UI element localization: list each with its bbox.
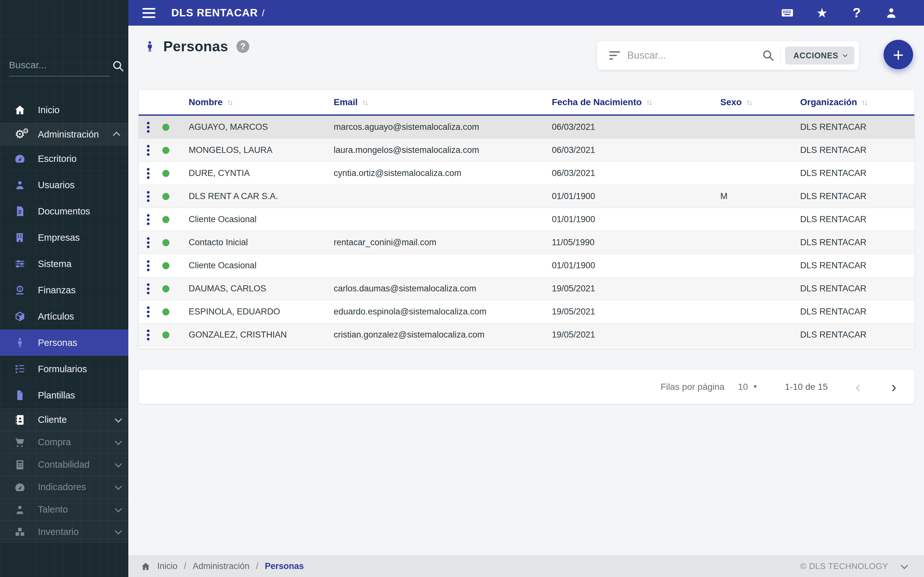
cell-fecha: 19/05/2021 bbox=[543, 284, 716, 293]
copyright-text: © DLS TECHNOLOGY bbox=[800, 561, 888, 571]
table-row[interactable]: DURE, CYNTIA cyntia.ortiz@sistemalocaliz… bbox=[139, 162, 914, 185]
row-menu-icon[interactable] bbox=[145, 258, 152, 273]
row-menu-icon[interactable] bbox=[145, 235, 152, 250]
table-row[interactable]: DLS RENT A CAR S.A. 01/01/1900 M DLS REN… bbox=[139, 185, 914, 208]
cell-fecha: 06/03/2021 bbox=[543, 145, 716, 155]
sidebar-item-talento[interactable]: Talento bbox=[0, 498, 128, 521]
row-menu-icon[interactable] bbox=[145, 166, 152, 181]
breadcrumb-separator: / bbox=[256, 561, 258, 571]
table-row[interactable]: Cliente Ocasional 01/01/1900 DLS RENTACA… bbox=[139, 208, 914, 231]
sidebar-item-label: Compra bbox=[38, 437, 115, 448]
sort-icon[interactable]: ↑↓ bbox=[861, 98, 867, 107]
sidebar-item-administracion[interactable]: ⚙⚙ Administración bbox=[0, 123, 128, 145]
app-title: DLS RENTACAR/ bbox=[171, 7, 265, 19]
row-menu-icon[interactable] bbox=[145, 327, 152, 342]
status-dot bbox=[162, 147, 170, 154]
chevron-down-icon[interactable] bbox=[901, 562, 908, 569]
breadcrumb-inicio[interactable]: Inicio bbox=[157, 561, 178, 571]
cell-nombre: AGUAYO, MARCOS bbox=[177, 122, 325, 132]
row-menu-icon[interactable] bbox=[145, 189, 152, 204]
gauge-icon bbox=[13, 481, 27, 494]
sidebar-item-sistema[interactable]: Sistema bbox=[0, 251, 128, 277]
add-button[interactable]: + bbox=[884, 40, 913, 69]
sidebar-item-formularios[interactable]: Formularios bbox=[0, 356, 128, 382]
sort-icon[interactable]: ↑↓ bbox=[362, 98, 367, 107]
filter-icon[interactable] bbox=[609, 51, 620, 60]
table-row[interactable]: GONZALEZ, CRISTHIAN cristian.gonzalez@si… bbox=[139, 324, 914, 347]
sidebar-item-contabilidad[interactable]: Contabilidad bbox=[0, 453, 128, 476]
sidebar-item-usuarios[interactable]: Usuarios bbox=[0, 172, 128, 198]
sidebar-item-cliente[interactable]: Cliente bbox=[0, 408, 128, 431]
search-icon[interactable] bbox=[111, 60, 124, 73]
search-icon[interactable] bbox=[762, 49, 774, 62]
sidebar-item-inicio[interactable]: Inicio bbox=[0, 97, 128, 123]
breadcrumb-administracion[interactable]: Administración bbox=[193, 561, 250, 571]
cell-fecha: 19/05/2021 bbox=[543, 330, 716, 340]
row-menu-icon[interactable] bbox=[145, 212, 152, 227]
row-menu-icon[interactable] bbox=[145, 305, 152, 319]
sidebar-item-articulos[interactable]: Artículos bbox=[0, 303, 128, 330]
prev-page-button[interactable]: ‹ bbox=[855, 379, 861, 395]
page-title: Personas bbox=[163, 39, 228, 55]
table-row[interactable]: MONGELOS, LAURA laura.mongelos@sistemalo… bbox=[139, 139, 914, 162]
sidebar-search-input[interactable] bbox=[9, 54, 110, 76]
row-menu-icon[interactable] bbox=[145, 120, 152, 135]
footer: Inicio / Administración / Personas © DLS… bbox=[128, 555, 924, 577]
help-icon[interactable]: ? bbox=[850, 6, 864, 20]
table-row[interactable]: AGUAYO, MARCOS marcos.aguayo@sistemaloca… bbox=[139, 116, 914, 139]
sidebar-item-empresas[interactable]: Empresas bbox=[0, 224, 128, 251]
chevron-down-icon bbox=[115, 460, 122, 467]
cell-org: DLS RENTACAR bbox=[790, 284, 914, 293]
sort-icon[interactable]: ↑↓ bbox=[227, 98, 232, 107]
file-icon bbox=[13, 389, 27, 402]
topbar: DLS RENTACAR/ ★ ? bbox=[128, 0, 924, 26]
column-header-nombre[interactable]: Nombre↑↓ bbox=[177, 97, 325, 107]
table-row[interactable]: Cliente Ocasional 01/01/1900 DLS RENTACA… bbox=[139, 254, 914, 277]
cell-org: DLS RENTACAR bbox=[790, 237, 914, 247]
person-tie-icon bbox=[13, 503, 27, 516]
cell-fecha: 19/05/2021 bbox=[543, 307, 716, 317]
column-header-organizacion[interactable]: Organización↑↓ bbox=[790, 97, 914, 107]
keyboard-icon[interactable] bbox=[780, 6, 795, 20]
sort-icon[interactable]: ↑↓ bbox=[746, 98, 751, 107]
row-menu-icon[interactable] bbox=[145, 282, 152, 296]
sidebar-item-compra[interactable]: Compra bbox=[0, 431, 128, 453]
menu-icon[interactable] bbox=[142, 8, 155, 18]
chevron-down-icon bbox=[115, 415, 122, 422]
sidebar-item-escritorio[interactable]: Escritorio bbox=[0, 145, 128, 172]
sidebar-item-indicadores[interactable]: Indicadores bbox=[0, 476, 128, 498]
table-row[interactable]: DAUMAS, CARLOS carlos.daumas@sistemaloca… bbox=[139, 277, 914, 300]
sidebar-menu: Inicio ⚙⚙ Administración Escritorio Usua… bbox=[0, 97, 128, 543]
row-menu-icon[interactable] bbox=[145, 143, 152, 158]
table-row[interactable]: ESPINOLA, EDUARDO eduardo.espinola@siste… bbox=[139, 300, 914, 324]
page-help-icon[interactable]: ? bbox=[236, 40, 249, 53]
cell-email: rentacar_conini@mail.com bbox=[325, 237, 543, 247]
person-icon bbox=[13, 336, 27, 349]
home-icon[interactable] bbox=[141, 562, 151, 571]
status-dot bbox=[162, 332, 170, 338]
column-header-email[interactable]: Email↑↓ bbox=[325, 97, 543, 107]
star-icon[interactable]: ★ bbox=[815, 6, 829, 20]
chevron-down-icon bbox=[843, 53, 847, 57]
sidebar-item-inventario[interactable]: Inventario bbox=[0, 521, 128, 543]
actions-button[interactable]: ACCIONES bbox=[785, 47, 855, 64]
sidebar-item-documentos[interactable]: Documentos bbox=[0, 198, 128, 224]
table-search-input[interactable] bbox=[627, 50, 762, 61]
user-icon[interactable] bbox=[884, 6, 898, 20]
cell-email: cristian.gonzalez@sistemalocaliza.com bbox=[325, 330, 543, 340]
sidebar-item-label: Inicio bbox=[38, 105, 120, 115]
table-row[interactable]: Contacto Inicial rentacar_conini@mail.co… bbox=[139, 231, 914, 254]
rows-per-page-select[interactable]: 10 ▼ bbox=[738, 382, 758, 392]
chevron-down-icon bbox=[115, 438, 122, 445]
column-header-sexo[interactable]: Sexo↑↓ bbox=[716, 97, 790, 107]
sidebar-item-plantillas[interactable]: Plantillas bbox=[0, 382, 128, 408]
sort-icon[interactable]: ↑↓ bbox=[646, 98, 651, 107]
cell-nombre: Contacto Inicial bbox=[177, 237, 325, 247]
sidebar-item-personas[interactable]: Personas bbox=[0, 330, 128, 356]
sidebar-item-finanzas[interactable]: Finanzas bbox=[0, 277, 128, 303]
column-header-fecha-nacimiento[interactable]: Fecha de Nacimiento↑↓ bbox=[543, 97, 716, 107]
next-page-button[interactable]: › bbox=[891, 379, 897, 395]
cell-org: DLS RENTACAR bbox=[790, 191, 914, 201]
app-window: Inicio ⚙⚙ Administración Escritorio Usua… bbox=[0, 0, 924, 577]
contacts-icon bbox=[13, 414, 27, 426]
